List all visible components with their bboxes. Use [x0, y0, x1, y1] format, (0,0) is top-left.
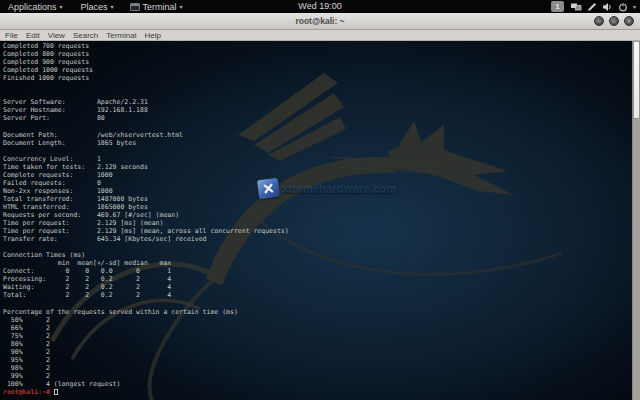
terminal-screen[interactable]: xtremehardware.com Completed 700 request…	[0, 41, 640, 400]
applications-menu[interactable]: Applications ▾	[8, 0, 63, 13]
caret-down-icon: ▾	[633, 3, 636, 10]
window-title: root@kali: ~	[0, 13, 640, 29]
terminal-output: Completed 700 requests Completed 800 req…	[3, 42, 289, 388]
top-panel: Applications ▾ Places ▾ Terminal ▾ Wed 1…	[0, 0, 640, 13]
chevron-down-icon: ▾	[60, 3, 63, 10]
minimize-button[interactable]: −	[594, 16, 604, 26]
watermark-text: xtremehardware.com	[282, 183, 396, 195]
shell-prompt: root@kali:~#	[3, 388, 50, 396]
chevron-down-icon: ▾	[111, 3, 114, 10]
power-icon	[618, 2, 628, 12]
system-status-menu[interactable]: ▾	[570, 2, 636, 12]
close-button[interactable]: ✕	[624, 16, 634, 26]
workspace-indicator[interactable]: 1	[551, 1, 564, 12]
panel-status-area: 1 ▾	[551, 0, 636, 13]
app-menu-terminal[interactable]: Terminal ▾	[130, 0, 183, 13]
window-titlebar[interactable]: root@kali: ~ − ▫ ✕	[0, 13, 640, 30]
pencil-icon	[587, 2, 597, 12]
menu-help[interactable]: Help	[144, 31, 160, 40]
app-menu-label: Terminal	[143, 2, 177, 12]
window-menubar: File Edit View Search Terminal Help	[0, 30, 640, 41]
terminal-scrollbar[interactable]	[632, 41, 640, 400]
places-menu[interactable]: Places ▾	[81, 0, 114, 13]
menu-file[interactable]: File	[5, 31, 18, 40]
scrollbar-thumb[interactable]	[633, 41, 640, 119]
terminal-app-icon	[130, 3, 140, 11]
desktop: Applications ▾ Places ▾ Terminal ▾ Wed 1…	[0, 0, 640, 400]
menu-terminal[interactable]: Terminal	[106, 31, 136, 40]
network-icon	[570, 2, 582, 12]
menu-edit[interactable]: Edit	[26, 31, 40, 40]
clock[interactable]: Wed 19:00	[298, 0, 341, 13]
volume-icon	[602, 2, 613, 12]
chevron-down-icon: ▾	[180, 3, 183, 10]
maximize-button[interactable]: ▫	[609, 16, 619, 26]
applications-label: Applications	[8, 2, 57, 12]
terminal-cursor	[54, 389, 58, 396]
menu-view[interactable]: View	[48, 31, 65, 40]
menu-search[interactable]: Search	[73, 31, 98, 40]
shell-prompt-line: root@kali:~#	[3, 388, 58, 396]
window-controls: − ▫ ✕	[594, 16, 634, 26]
places-label: Places	[81, 2, 108, 12]
